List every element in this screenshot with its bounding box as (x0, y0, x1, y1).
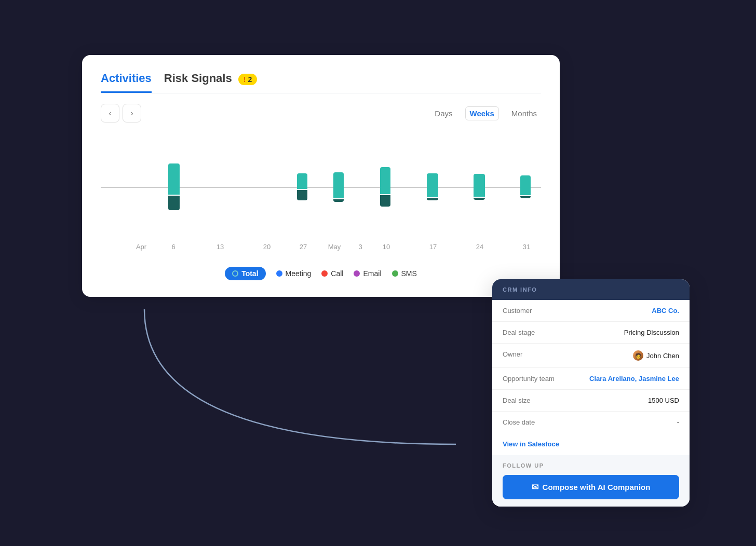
crm-row-close-date: Close date - (492, 412, 690, 433)
tabs-container: Activities Risk Signals ! 2 (101, 72, 541, 93)
chart-legend: Total Meeting Call Email SMS (101, 267, 541, 280)
x-label-27: 27 (300, 243, 307, 251)
legend-item-total[interactable]: Total (225, 267, 265, 280)
legend-total-label: Total (241, 269, 258, 278)
crm-row-deal-stage: Deal stage Pricing Discussion (492, 322, 690, 344)
bar-group-may3 (333, 172, 344, 202)
crm-value-deal-size: 1500 USD (648, 397, 679, 404)
legend-email-dot (354, 270, 360, 277)
crm-row-opp-team: Opportunity team Clara Arellano, Jasmine… (492, 368, 690, 390)
bar-upper-apr6 (168, 163, 180, 195)
crm-label-deal-size: Deal size (503, 397, 575, 404)
crm-row-customer: Customer ABC Co. (492, 300, 690, 322)
view-toggle: Days Weeks Months (430, 106, 541, 120)
x-axis: Apr 6 13 20 27 May 3 10 17 24 31 (101, 243, 541, 258)
view-salesforce-link[interactable]: View in Salesfoce (503, 440, 679, 455)
bar-group-may17 (427, 173, 438, 200)
crm-header: CRM INFO (492, 279, 690, 300)
x-label-6: 6 (171, 243, 175, 251)
crm-row-deal-size: Deal size 1500 USD (492, 390, 690, 412)
crm-label-opp-team: Opportunity team (503, 375, 575, 383)
x-label-24: 24 (476, 243, 483, 251)
owner-wrap: 🧑 John Chen (633, 350, 679, 361)
x-label-3: 3 (358, 243, 362, 251)
bar-lower-apr27 (297, 190, 307, 200)
owner-avatar: 🧑 (633, 350, 643, 361)
view-weeks[interactable]: Weeks (465, 106, 499, 120)
chart-area (101, 135, 541, 239)
bar-upper-may10 (380, 167, 390, 194)
compose-button[interactable]: ✉ Compose with AI Companion (503, 475, 679, 499)
crm-label-owner: Owner (503, 350, 575, 358)
legend-item-meeting[interactable]: Meeting (276, 267, 312, 280)
next-button[interactable]: › (123, 104, 141, 122)
legend-sms-label: SMS (401, 269, 417, 278)
risk-count: 2 (248, 75, 252, 84)
bar-lower-may10 (380, 195, 390, 207)
crm-value-close-date: - (677, 418, 679, 426)
bar-lower-may31 (520, 196, 531, 198)
crm-section-label: CRM INFO (503, 286, 679, 293)
bar-lower-may3 (333, 199, 344, 202)
bar-group-apr27 (297, 173, 307, 200)
bar-upper-may24 (474, 174, 485, 197)
chart-bars (101, 135, 541, 239)
crm-value-owner: 🧑 John Chen (633, 350, 679, 361)
crm-value-customer[interactable]: ABC Co. (652, 307, 679, 315)
x-label-apr: Apr (136, 243, 146, 251)
bar-upper-may31 (520, 175, 531, 195)
controls-bar: ‹ › Days Weeks Months (101, 104, 541, 122)
bar-lower-may24 (474, 198, 485, 200)
prev-button[interactable]: ‹ (101, 104, 119, 122)
x-label-may: May (328, 243, 341, 251)
x-label-31: 31 (523, 243, 530, 251)
activities-card: Activities Risk Signals ! 2 ‹ › Days Wee… (82, 55, 560, 297)
bar-group-may31 (520, 175, 531, 198)
crm-label-deal-stage: Deal stage (503, 329, 575, 336)
nav-buttons: ‹ › (101, 104, 141, 122)
bar-group-may10 (380, 167, 390, 207)
bar-group-may24 (474, 174, 485, 200)
legend-email-label: Email (363, 269, 381, 278)
risk-exclaim-icon: ! (244, 75, 246, 84)
tab-risk-signals[interactable]: Risk Signals ! 2 (164, 72, 257, 93)
crm-body: Customer ABC Co. Deal stage Pricing Disc… (492, 300, 690, 433)
legend-meeting-label: Meeting (286, 269, 312, 278)
legend-total-icon (232, 270, 238, 277)
legend-meeting-dot (276, 270, 282, 277)
view-days[interactable]: Days (430, 107, 456, 120)
legend-item-email[interactable]: Email (354, 267, 381, 280)
view-months[interactable]: Months (507, 107, 541, 120)
x-label-17: 17 (429, 243, 437, 251)
bar-group-apr6 (168, 163, 180, 210)
crm-label-customer: Customer (503, 307, 575, 315)
x-label-10: 10 (383, 243, 390, 251)
follow-up-label: FOLLOW UP (503, 462, 679, 469)
compose-button-label: Compose with AI Companion (543, 483, 651, 492)
x-label-20: 20 (263, 243, 271, 251)
crm-card: CRM INFO Customer ABC Co. Deal stage Pri… (492, 279, 690, 507)
crm-label-close-date: Close date (503, 418, 575, 426)
legend-item-sms[interactable]: SMS (392, 267, 417, 280)
legend-item-call[interactable]: Call (321, 267, 343, 280)
x-label-13: 13 (217, 243, 224, 251)
bar-upper-apr27 (297, 173, 307, 189)
tab-activities[interactable]: Activities (101, 72, 152, 93)
bar-lower-may17 (427, 198, 438, 200)
bar-upper-may17 (427, 173, 438, 197)
legend-sms-dot (392, 270, 398, 277)
legend-call-label: Call (331, 269, 343, 278)
bar-lower-apr6 (168, 196, 180, 210)
risk-badge: ! 2 (238, 74, 257, 85)
mail-icon: ✉ (532, 482, 538, 492)
crm-footer: View in Salesfoce (492, 433, 690, 455)
crm-value-deal-stage: Pricing Discussion (624, 329, 679, 336)
bar-upper-may3 (333, 172, 344, 198)
legend-call-dot (321, 270, 328, 277)
crm-row-owner: Owner 🧑 John Chen (492, 344, 690, 368)
follow-up-section: FOLLOW UP ✉ Compose with AI Companion (492, 455, 690, 507)
crm-value-opp-team[interactable]: Clara Arellano, Jasmine Lee (589, 375, 679, 383)
